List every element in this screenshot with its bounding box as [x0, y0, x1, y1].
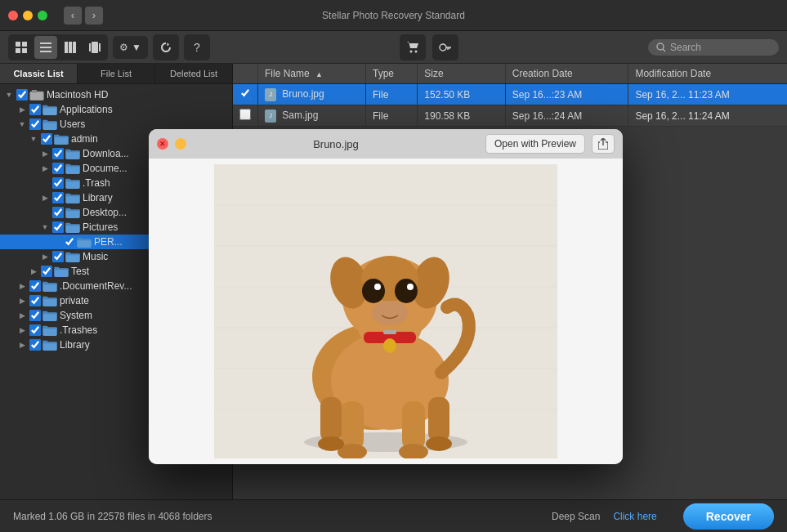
recover-button[interactable]: Recover: [683, 503, 774, 530]
tree-check-private[interactable]: [29, 295, 41, 306]
modal-title-bar: ✕ Bruno.jpg Open with Preview: [149, 129, 623, 159]
restore-button[interactable]: [153, 34, 179, 60]
tree-check-pictures[interactable]: [52, 221, 64, 233]
folder-icon: [65, 177, 80, 189]
svg-rect-4: [40, 42, 51, 44]
tree-check-library[interactable]: [52, 192, 64, 203]
row-check[interactable]: [239, 109, 251, 120]
tree-check-per[interactable]: [64, 236, 75, 248]
modal-minimize-button[interactable]: [175, 138, 186, 150]
col-modification[interactable]: Modification Date: [628, 64, 787, 84]
cell-name: J Sam.jpg: [258, 105, 366, 127]
svg-point-68: [407, 284, 414, 290]
table-row[interactable]: J Bruno.jpg File 152.50 KB Sep 16...:23 …: [233, 84, 787, 105]
tree-check-system[interactable]: [29, 310, 41, 321]
svg-rect-8: [69, 42, 72, 53]
file-table: File Name ▲ Type Size Creation Date Modi…: [233, 64, 787, 127]
list-view-button[interactable]: [34, 36, 57, 59]
svg-rect-23: [32, 90, 37, 93]
grid-view-button[interactable]: [10, 36, 33, 59]
tree-item-applications[interactable]: ▶ Applications: [0, 102, 232, 117]
preview-image: [214, 164, 557, 458]
tree-check-trash[interactable]: [52, 177, 64, 189]
tree-label-test: Test: [71, 266, 89, 277]
tree-label-library: Library: [83, 192, 113, 203]
nav-arrows: ‹ ›: [64, 7, 103, 25]
svg-point-66: [395, 279, 418, 303]
tree-check-applications[interactable]: [29, 104, 41, 115]
file-icon: J: [265, 88, 276, 101]
folder-icon: [65, 163, 80, 174]
tree-label-admin: admin: [71, 133, 98, 145]
tree-check-trashes[interactable]: [29, 324, 41, 336]
tab-file-list[interactable]: File List: [78, 64, 155, 83]
columns-view-button[interactable]: [59, 36, 82, 59]
svg-rect-12: [99, 43, 101, 51]
svg-point-59: [426, 436, 452, 451]
tree-arrow: ▼: [39, 223, 51, 231]
tree-check-desktop[interactable]: [52, 207, 64, 218]
search-input[interactable]: [670, 42, 768, 53]
settings-dropdown[interactable]: ⚙ ▼: [113, 36, 148, 59]
svg-rect-5: [40, 47, 51, 48]
click-here-link[interactable]: Click here: [613, 511, 656, 522]
forward-button[interactable]: ›: [85, 7, 103, 25]
tree-check-documents[interactable]: [52, 163, 64, 174]
marked-text: Marked 1.06 GB in 22578 files in 4068 fo…: [13, 511, 212, 522]
folder-icon: [65, 192, 80, 203]
tree-check-library2[interactable]: [29, 339, 41, 351]
key-button[interactable]: [432, 34, 458, 60]
back-button[interactable]: ‹: [64, 7, 82, 25]
minimize-button[interactable]: [23, 11, 33, 20]
share-icon: [598, 138, 608, 150]
modal-image-area: [149, 159, 623, 464]
folder-icon: [42, 295, 57, 306]
folder-icon: [42, 310, 57, 321]
help-button[interactable]: ?: [184, 34, 210, 60]
deep-scan-label: Deep Scan: [552, 511, 600, 522]
tree-arrow: ▶: [39, 253, 51, 261]
tree-check-documentrev[interactable]: [29, 280, 41, 292]
tree-label-system: System: [60, 310, 92, 321]
svg-point-67: [374, 284, 381, 290]
col-size[interactable]: Size: [418, 64, 505, 84]
tree-check-users[interactable]: [29, 118, 41, 130]
modal-close-button[interactable]: ✕: [157, 138, 168, 150]
tree-arrow: ▶: [39, 150, 51, 158]
status-bar: Marked 1.06 GB in 22578 files in 4068 fo…: [0, 499, 787, 532]
folder-icon: [65, 207, 80, 218]
table-row[interactable]: J Sam.jpg File 190.58 KB Sep 16...:24 AM…: [233, 105, 787, 127]
sort-arrow: ▲: [315, 70, 323, 78]
tree-check-admin[interactable]: [41, 133, 52, 145]
cart-button[interactable]: [400, 34, 426, 60]
svg-rect-22: [30, 92, 43, 101]
maximize-button[interactable]: [38, 11, 47, 20]
close-button[interactable]: [8, 11, 18, 20]
row-check[interactable]: [239, 87, 251, 99]
tab-deleted-list[interactable]: Deleted List: [155, 64, 232, 83]
folder-icon: [42, 324, 57, 336]
tree-arrow: ▶: [16, 297, 28, 305]
svg-line-20: [663, 49, 665, 51]
svg-rect-7: [65, 42, 68, 53]
cell-size: 190.58 KB: [418, 105, 505, 127]
tab-classic-list[interactable]: Classic List: [0, 64, 78, 83]
tree-item-macintosh-hd[interactable]: ▼ Macintosh HD: [0, 87, 232, 102]
col-creation[interactable]: Creation Date: [505, 64, 628, 84]
folder-icon: [65, 251, 80, 262]
tree-check-downloads[interactable]: [52, 148, 64, 159]
tree-label-private: private: [60, 295, 89, 306]
share-button[interactable]: [592, 134, 615, 154]
search-box[interactable]: [648, 39, 779, 56]
tree-check-music[interactable]: [52, 251, 64, 262]
col-name[interactable]: File Name ▲: [258, 64, 366, 84]
tree-label-applications: Applications: [60, 104, 113, 115]
tree-check-macintosh-hd[interactable]: [16, 89, 28, 101]
svg-rect-1: [22, 42, 27, 47]
open-preview-button[interactable]: Open with Preview: [485, 134, 585, 154]
filmstrip-view-button[interactable]: [83, 36, 106, 59]
tree-label-trash: .Trash: [83, 177, 110, 189]
col-type[interactable]: Type: [366, 64, 418, 84]
tree-check-test[interactable]: [41, 266, 52, 277]
svg-rect-10: [89, 43, 91, 51]
